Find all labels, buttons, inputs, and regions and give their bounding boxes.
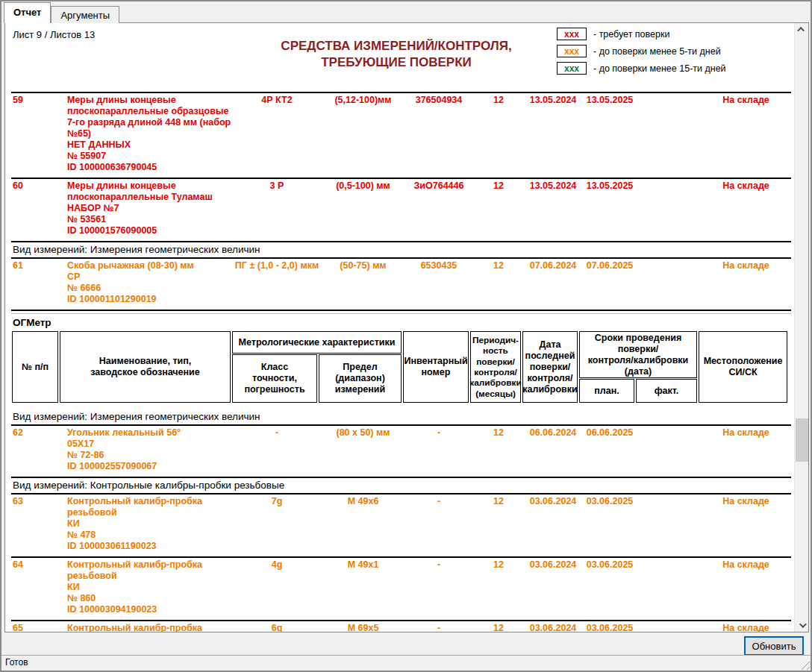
cell-measure-range: М 49x6 xyxy=(321,496,405,552)
page-counter: Лист 9 / Листов 13 xyxy=(13,29,95,40)
cell-location: На складе xyxy=(701,95,791,173)
cell-location: На складе xyxy=(701,427,791,472)
report-title-line2: ТРЕБУЮЩИЕ ПОВЕРКИ xyxy=(321,55,472,69)
cell-accuracy-class: 6g xyxy=(233,623,321,632)
cell-number: 65 xyxy=(11,623,59,632)
header-last-verification-date: Дата последней поверки/ контроля/ калибр… xyxy=(522,331,578,403)
status-text: Готов xyxy=(5,657,28,668)
report-title-line1: СРЕДСТВА ИЗМЕРЕНИЙ/КОНТРОЛЯ, xyxy=(281,39,511,53)
chevron-up-icon xyxy=(797,27,805,34)
cell-fact-date xyxy=(638,95,701,173)
header-verification-dates-group: Сроки проведения поверки/ контроля/калиб… xyxy=(578,331,698,403)
cell-number: 62 xyxy=(11,427,59,472)
footer-panel: Обновить xyxy=(1,632,811,658)
cell-last-verification-date: 13.05.2024 xyxy=(525,95,581,173)
cell-periodicity: 12 xyxy=(472,623,525,632)
cell-fact-date xyxy=(638,623,701,632)
header-plan-date: план. xyxy=(579,379,634,403)
measure-kind-group-header: Вид измерений: Измерения геометрических … xyxy=(11,241,791,259)
cell-name: Контрольный калибр-пробка резьбовой КИ №… xyxy=(59,559,233,615)
resize-grip-icon[interactable] xyxy=(799,659,810,670)
measure-kind-group-header: Вид измерений: Измерения геометрических … xyxy=(11,409,791,426)
cell-number: 64 xyxy=(11,559,59,615)
cell-measure-range: (0,5-100) мм xyxy=(321,180,405,236)
cell-inventory-number: 376504934 xyxy=(405,95,472,173)
cell-periodicity: 12 xyxy=(472,496,525,552)
cell-periodicity: 12 xyxy=(472,180,525,236)
header-number: № п/п xyxy=(12,331,58,403)
cell-location: На складе xyxy=(701,496,791,552)
cell-accuracy-class: 4g xyxy=(233,559,321,615)
legend-swatch-orange: xxx xyxy=(557,45,587,57)
cell-measure-range: (50-75) мм xyxy=(321,260,405,305)
cell-accuracy-class: - xyxy=(233,427,321,472)
report-page-header: Лист 9 / Листов 13 СРЕДСТВА ИЗМЕРЕНИЙ/КО… xyxy=(11,23,791,93)
cell-measure-range: (80 x 50) мм xyxy=(321,427,405,472)
cell-name: Скоба рычажная (08-30) мм СР № 6666 ID 1… xyxy=(59,260,233,305)
cell-last-verification-date: 07.06.2024 xyxy=(525,260,581,305)
cell-number: 60 xyxy=(11,180,59,236)
cell-plan-date: 03.06.2025 xyxy=(581,623,638,632)
cell-number: 59 xyxy=(11,95,59,173)
cell-fact-date xyxy=(638,496,701,552)
cell-accuracy-class: 3 Р xyxy=(233,180,321,236)
report-rows-upper: 59 Меры длины концевые плоскопараллельны… xyxy=(11,93,791,311)
cell-name: Контрольный калибр-пробка резьбовой КИ №… xyxy=(59,496,233,552)
cell-inventory-number: - xyxy=(405,427,472,472)
cell-fact-date xyxy=(638,559,701,615)
cell-location: На складе xyxy=(701,180,791,236)
cell-measure-range: (5,12-100)мм xyxy=(321,95,405,173)
legend: xxx - требует поверки xxx - до поверки м… xyxy=(557,25,726,77)
cell-measure-range: М 69x5 xyxy=(321,623,405,632)
cell-periodicity: 12 xyxy=(472,559,525,615)
cell-number: 63 xyxy=(11,496,59,552)
vertical-scrollbar[interactable] xyxy=(794,23,808,632)
refresh-button[interactable]: Обновить xyxy=(744,636,804,656)
app-window: Отчет Аргументы Лист 9 / Листов 13 СРЕДС… xyxy=(0,0,812,672)
tab-report[interactable]: Отчет xyxy=(4,2,51,23)
report-viewer[interactable]: Лист 9 / Листов 13 СРЕДСТВА ИЗМЕРЕНИЙ/КО… xyxy=(4,22,809,632)
scrollbar-thumb[interactable] xyxy=(796,418,808,462)
cell-location: На складе xyxy=(701,559,791,615)
legend-label: - до поверки менее 5-ти дней xyxy=(593,46,721,57)
tab-arguments[interactable]: Аргументы xyxy=(51,6,119,23)
report-title: СРЕДСТВА ИЗМЕРЕНИЙ/КОНТРОЛЯ, ТРЕБУЮЩИЕ П… xyxy=(257,38,535,71)
header-metrology-title: Метрологические характеристики xyxy=(232,331,402,354)
measure-kind-group-header: Вид измерений: Контрольные калибры-пробк… xyxy=(11,477,791,494)
status-bar: Готов xyxy=(1,655,811,671)
cell-fact-date xyxy=(638,180,701,236)
legend-item-less-5-days: xxx - до поверки менее 5-ти дней xyxy=(557,43,726,60)
cell-fact-date xyxy=(638,260,701,305)
cell-periodicity: 12 xyxy=(472,427,525,472)
cell-plan-date: 13.05.2025 xyxy=(581,180,638,236)
cell-last-verification-date: 06.06.2024 xyxy=(525,427,581,472)
table-row: 65 Контрольный калибр-пробка резьбовой 6… xyxy=(11,620,791,632)
table-row: 63 Контрольный калибр-пробка резьбовой К… xyxy=(11,494,791,556)
scroll-down-button[interactable] xyxy=(795,619,808,632)
table-row: 61 Скоба рычажная (08-30) мм СР № 6666 I… xyxy=(11,259,791,310)
cell-location: На складе xyxy=(701,623,791,632)
table-row: 59 Меры длины концевые плоскопараллельны… xyxy=(11,93,791,178)
cell-fact-date xyxy=(638,427,701,472)
legend-item-requires-verification: xxx - требует поверки xyxy=(557,25,726,43)
report-rows-lower: Вид измерений: Измерения геометрических … xyxy=(11,409,791,632)
cell-periodicity: 12 xyxy=(472,260,525,305)
cell-periodicity: 12 xyxy=(472,95,525,173)
header-metrology-group: Метрологические характеристики Класс точ… xyxy=(231,331,402,403)
legend-label: - до поверки менее 15-ти дней xyxy=(593,63,726,74)
table-row: 62 Угольник лекальный 56° 05X17 № 72-86 … xyxy=(11,426,791,477)
header-verification-dates-title: Сроки проведения поверки/ контроля/калиб… xyxy=(579,331,697,378)
cell-last-verification-date: 03.06.2024 xyxy=(525,623,581,632)
cell-accuracy-class: ПГ ± (1,0 - 2,0) мкм xyxy=(233,260,321,305)
cell-name: Контрольный калибр-пробка резьбовой xyxy=(59,623,233,632)
cell-plan-date: 03.06.2025 xyxy=(581,559,638,615)
header-inventory-number: Инвентарный номер xyxy=(403,331,469,403)
scroll-up-button[interactable] xyxy=(795,23,808,36)
legend-swatch-green: xxx xyxy=(557,62,587,75)
legend-label: - требует поверки xyxy=(593,29,669,40)
cell-inventory-number: 6530435 xyxy=(405,260,472,305)
header-accuracy-class: Класс точности, погрешность xyxy=(232,354,317,403)
cell-name: Меры длины концевые плоскопараллельные Т… xyxy=(59,180,233,236)
cell-number: 61 xyxy=(11,260,59,305)
legend-swatch-red: xxx xyxy=(557,28,587,40)
